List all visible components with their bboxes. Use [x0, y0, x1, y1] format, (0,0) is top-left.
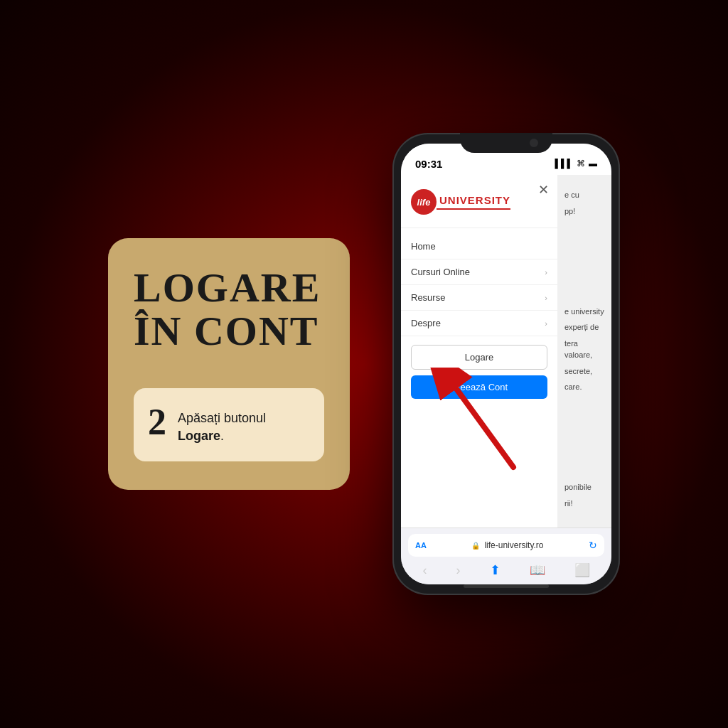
- menu-item-despre[interactable]: Despre ›: [401, 311, 557, 336]
- menu-item-despre-label: Despre: [411, 318, 441, 328]
- logo-area: life UNIVERSITY: [401, 185, 557, 228]
- step-bold: Logare: [178, 429, 220, 443]
- site-text-bottom: ponibile rii!: [564, 481, 604, 513]
- menu-panel: ✕ life UNIVERSITY Home: [401, 175, 557, 528]
- step-instruction: Apăsați butonul: [178, 411, 266, 425]
- step-number: 2: [148, 404, 166, 441]
- phone-screen: 09:31 ▌▌▌ ⌘ ▬ ✕ life: [401, 144, 611, 584]
- url-aa-label[interactable]: AA: [415, 541, 427, 550]
- url-left: AA: [415, 541, 427, 550]
- browser-nav: ‹ › ⬆ 📖 ⬜: [408, 562, 604, 578]
- signal-icon: ▌▌▌: [555, 159, 573, 168]
- card-divider: [134, 360, 324, 361]
- step-text: Apăsați butonul Logare.: [178, 404, 310, 445]
- chevron-right-icon: ›: [545, 319, 547, 328]
- menu-item-cursuri-label: Cursuri Online: [411, 267, 470, 277]
- reload-icon[interactable]: ↻: [589, 540, 597, 551]
- home-indicator: [464, 584, 549, 588]
- site-text-line4: experți de: [564, 321, 604, 333]
- menu-item-resurse-label: Resurse: [411, 292, 445, 303]
- share-icon[interactable]: ⬆: [490, 562, 500, 578]
- url-text[interactable]: life-university.ro: [484, 540, 543, 550]
- creeaza-cont-button[interactable]: Creează Cont: [411, 375, 547, 399]
- step-punctuation: .: [220, 429, 224, 443]
- browser-content: ✕ life UNIVERSITY Home: [401, 175, 611, 528]
- main-container: LOGARE ÎN CONT 2 Apăsați butonul Logare.…: [0, 0, 728, 728]
- menu-item-resurse[interactable]: Resurse ›: [401, 285, 557, 311]
- card-title: LOGARE ÎN CONT: [134, 267, 324, 353]
- card-bottom: 2 Apăsați butonul Logare.: [134, 388, 324, 461]
- site-text-line8: ponibile: [564, 481, 604, 493]
- chevron-right-icon: ›: [545, 294, 547, 302]
- site-text-line9: rii!: [564, 498, 604, 510]
- site-text-line1: e cu: [564, 189, 604, 201]
- logo-badge: life UNIVERSITY: [411, 189, 510, 215]
- status-icons: ▌▌▌ ⌘ ▬: [555, 159, 597, 168]
- site-text-line5: tera valoare,: [564, 338, 604, 361]
- card-title-line1: LOGARE: [134, 264, 321, 311]
- url-center: 🔒 life-university.ro: [471, 540, 543, 550]
- menu-buttons-area: Logare Creează Cont: [401, 336, 557, 407]
- menu-item-home[interactable]: Home: [401, 234, 557, 259]
- site-text-line3: e university: [564, 306, 604, 318]
- phone-outer: 09:31 ▌▌▌ ⌘ ▬ ✕ life: [392, 133, 620, 595]
- logo-underline: [437, 208, 510, 210]
- chevron-right-icon: ›: [545, 268, 547, 277]
- bookmarks-icon[interactable]: 📖: [530, 562, 545, 578]
- site-text-line7: care.: [564, 381, 604, 393]
- battery-icon: ▬: [589, 159, 597, 168]
- info-card: LOGARE ÎN CONT 2 Apăsați butonul Logare.: [108, 238, 350, 489]
- close-button[interactable]: ✕: [538, 182, 549, 198]
- logare-button[interactable]: Logare: [411, 345, 547, 370]
- phone-wrapper: 09:31 ▌▌▌ ⌘ ▬ ✕ life: [392, 133, 620, 595]
- logo-circle: life: [411, 189, 437, 215]
- url-bar: AA 🔒 life-university.ro ↻: [408, 534, 604, 557]
- site-text-middle: e university experți de tera valoare, se…: [564, 306, 604, 397]
- phone-notch: [460, 133, 552, 153]
- menu-item-home-label: Home: [411, 241, 436, 252]
- tabs-icon[interactable]: ⬜: [574, 562, 590, 578]
- wifi-icon: ⌘: [577, 159, 585, 168]
- site-text-line2: pp!: [564, 205, 604, 218]
- card-title-line2: ÎN CONT: [134, 308, 319, 354]
- forward-icon[interactable]: ›: [456, 563, 461, 578]
- site-text-line6: secrete,: [564, 365, 604, 378]
- logo-text: UNIVERSITY: [439, 194, 510, 206]
- status-time: 09:31: [415, 158, 442, 170]
- menu-item-cursuri[interactable]: Cursuri Online ›: [401, 259, 557, 285]
- back-icon[interactable]: ‹: [423, 563, 427, 578]
- site-panel: e cu pp! e university experți de tera va…: [557, 175, 611, 528]
- lock-icon: 🔒: [471, 542, 480, 550]
- site-panel-overlay: e cu pp! e university experți de tera va…: [557, 175, 611, 528]
- site-text-top: e cu pp!: [564, 189, 604, 221]
- browser-bar: AA 🔒 life-university.ro ↻ ‹ › ⬆ 📖 ⬜: [401, 528, 611, 584]
